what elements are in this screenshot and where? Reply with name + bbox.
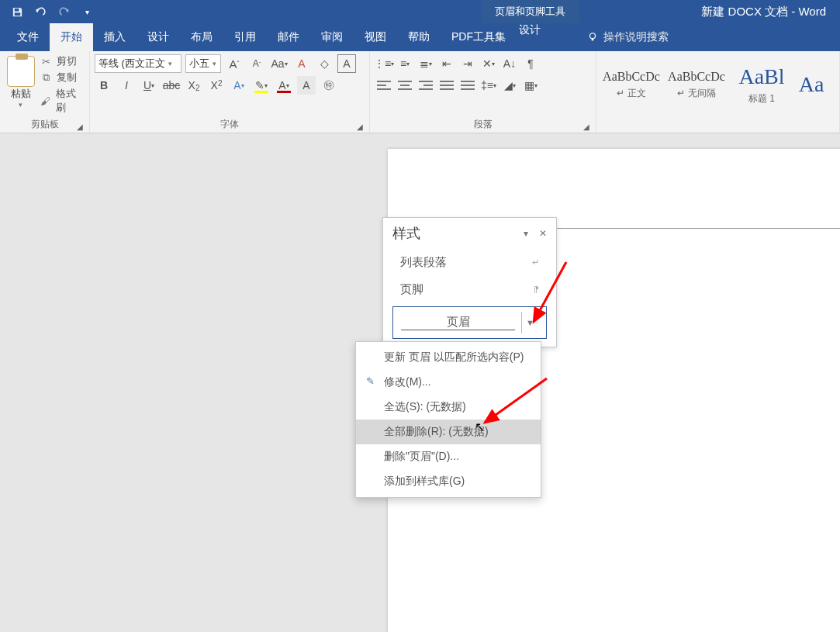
redo-icon — [58, 6, 70, 18]
style-no-spacing[interactable]: AaBbCcDc ↵ 无间隔 — [666, 59, 727, 110]
line-spacing-button[interactable]: ‡≡▾ — [479, 76, 498, 95]
style-item-header-selected[interactable]: 页眉 ▼ — [392, 306, 547, 339]
menu-label: 修改(M)... — [384, 375, 431, 388]
style-normal[interactable]: AaBbCcDc ↵ 正文 — [601, 59, 662, 110]
menu-update-to-match[interactable]: 更新 页眉 以匹配所选内容(P) — [356, 345, 541, 370]
show-marks-button[interactable]: ¶ — [521, 54, 540, 73]
increase-indent-button[interactable]: ⇥ — [458, 54, 477, 73]
enclose-characters-button[interactable]: ㊕ — [320, 76, 338, 95]
style-preview: Aa — [799, 72, 824, 97]
style-item-label: 页眉 — [401, 315, 515, 330]
copy-label: 复制 — [57, 71, 77, 85]
distributed-button[interactable] — [458, 76, 477, 95]
tab-layout[interactable]: 布局 — [180, 23, 223, 51]
grow-font-button[interactable]: Aˆ — [225, 54, 244, 73]
dialog-launcher-icon[interactable]: ◢ — [583, 123, 589, 131]
font-name-combo[interactable]: 等线 (西文正文▾ — [95, 54, 181, 73]
tell-me-search[interactable]: 操作说明搜索 — [586, 23, 669, 51]
asian-layout-button[interactable]: ✕▾ — [479, 54, 498, 73]
font-size-value: 小五 — [189, 57, 209, 71]
paragraph-mark-icon: ↵ — [532, 257, 539, 268]
text-effects-button[interactable]: A▾ — [230, 76, 248, 95]
redo-button[interactable] — [54, 2, 73, 21]
italic-button[interactable]: I — [117, 76, 136, 95]
brush-icon: 🖌 — [40, 95, 51, 107]
bullets-button[interactable]: ⋮≡▾ — [375, 54, 393, 73]
tab-pdf[interactable]: PDF工具集 — [441, 23, 517, 51]
borders-button[interactable]: ▦▾ — [521, 76, 540, 95]
style-heading2[interactable]: Aa — [797, 59, 826, 110]
tab-review[interactable]: 审阅 — [310, 23, 354, 51]
dialog-launcher-icon[interactable]: ◢ — [77, 123, 83, 131]
shading-button[interactable]: ◢▾ — [500, 76, 519, 95]
qat-customize[interactable]: ▾ — [78, 2, 96, 21]
style-preview: AaBbCcDc — [603, 70, 660, 84]
tab-design[interactable]: 设计 — [137, 23, 180, 51]
style-label: 标题 1 — [748, 92, 775, 105]
menu-remove-all[interactable]: 全部删除(R): (无数据) — [356, 420, 541, 444]
sort-button[interactable]: A↓ — [500, 54, 519, 73]
group-label-clipboard: 剪贴板◢ — [5, 115, 85, 133]
pane-close-button[interactable]: ✕ — [539, 228, 547, 239]
subscript-button[interactable]: X2 — [185, 76, 203, 95]
clear-formatting-button[interactable]: ◇ — [315, 54, 334, 73]
font-color-button[interactable]: A▾ — [275, 76, 293, 95]
font-size-combo[interactable]: 小五▾ — [185, 54, 221, 73]
contextual-tab-label: 页眉和页脚工具 — [481, 0, 579, 23]
strikethrough-button[interactable]: abc — [162, 76, 181, 95]
svg-rect-1 — [14, 12, 20, 16]
style-item-footer[interactable]: 页脚 ⁋ — [383, 276, 556, 303]
align-justify-button[interactable] — [437, 76, 456, 95]
undo-button[interactable] — [31, 2, 50, 21]
copy-button[interactable]: ⧉复制 — [40, 71, 85, 85]
tab-header-design[interactable]: 设计 — [508, 23, 551, 37]
cut-button[interactable]: ✂剪切 — [40, 54, 85, 68]
numbering-button[interactable]: ≡▾ — [396, 54, 414, 73]
style-heading1[interactable]: AaBl 标题 1 — [731, 59, 792, 110]
change-case-button[interactable]: Aa▾ — [270, 54, 289, 73]
dialog-launcher-icon[interactable]: ◢ — [357, 123, 363, 131]
decrease-indent-button[interactable]: ⇤ — [437, 54, 456, 73]
style-label: ↵ 无间隔 — [677, 87, 715, 100]
scissors-icon: ✂ — [40, 56, 52, 67]
align-left-button[interactable] — [375, 76, 393, 95]
tab-home[interactable]: 开始 — [50, 23, 93, 51]
tab-file[interactable]: 文件 — [6, 23, 50, 51]
menu-select-all[interactable]: 全选(S): (无数据) — [356, 395, 541, 420]
style-item-list-paragraph[interactable]: 列表段落 ↵ — [383, 249, 556, 276]
group-paragraph: ⋮≡▾ ≡▾ ≣▾ ⇤ ⇥ ✕▾ A↓ ¶ ‡≡▾ ◢▾ ▦▾ 段落◢ — [370, 51, 596, 133]
menu-modify[interactable]: ✎ 修改(M)... — [356, 370, 541, 395]
style-label: ↵ 正文 — [617, 87, 645, 100]
paint-bucket-icon: ◢ — [504, 79, 513, 92]
ribbon-tabs: 文件 开始 插入 设计 布局 引用 邮件 审阅 视图 帮助 PDF工具集 设计 … — [0, 23, 840, 51]
highlighter-icon: ✎ — [255, 79, 264, 92]
character-border-button[interactable]: A — [337, 54, 356, 73]
copy-icon: ⧉ — [40, 72, 52, 84]
tab-help[interactable]: 帮助 — [397, 23, 441, 51]
quick-access-toolbar: ▾ — [0, 2, 96, 21]
highlight-button[interactable]: ✎▾ — [252, 76, 271, 95]
underline-button[interactable]: U▾ — [140, 76, 158, 95]
bold-button[interactable]: B — [95, 76, 113, 95]
format-painter-button[interactable]: 🖌格式刷 — [40, 87, 85, 115]
save-button[interactable] — [8, 2, 26, 21]
tab-insert[interactable]: 插入 — [93, 23, 137, 51]
superscript-button[interactable]: X2 — [207, 76, 226, 95]
align-center-button[interactable] — [396, 76, 414, 95]
character-shading-button[interactable]: A — [297, 76, 316, 95]
align-right-button[interactable] — [417, 76, 435, 95]
shrink-font-button[interactable]: Aˇ — [247, 54, 266, 73]
style-dropdown-button[interactable]: ▼ — [521, 312, 538, 333]
paste-button[interactable]: 粘贴 ▾ — [5, 54, 37, 115]
style-context-menu: 更新 页眉 以匹配所选内容(P) ✎ 修改(M)... 全选(S): (无数据)… — [355, 341, 541, 498]
menu-add-to-gallery[interactable]: 添加到样式库(G) — [356, 469, 541, 494]
tab-view[interactable]: 视图 — [354, 23, 397, 51]
tab-references[interactable]: 引用 — [223, 23, 267, 51]
document-title: 新建 DOCX 文档 - Word — [701, 0, 826, 23]
multilevel-list-button[interactable]: ≣▾ — [417, 54, 435, 73]
style-preview: AaBbCcDc — [668, 70, 725, 84]
menu-delete-style[interactable]: 删除"页眉"(D)... — [356, 444, 541, 469]
pane-options-button[interactable]: ▾ — [524, 228, 528, 239]
phonetic-guide-button[interactable]: A — [292, 54, 311, 73]
tab-mailings[interactable]: 邮件 — [267, 23, 310, 51]
